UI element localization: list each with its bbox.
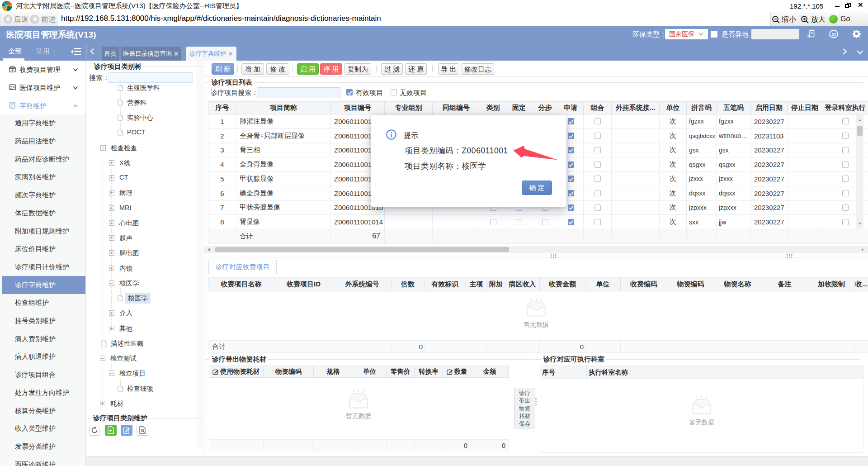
svg-text:SI: SI xyxy=(832,32,836,37)
